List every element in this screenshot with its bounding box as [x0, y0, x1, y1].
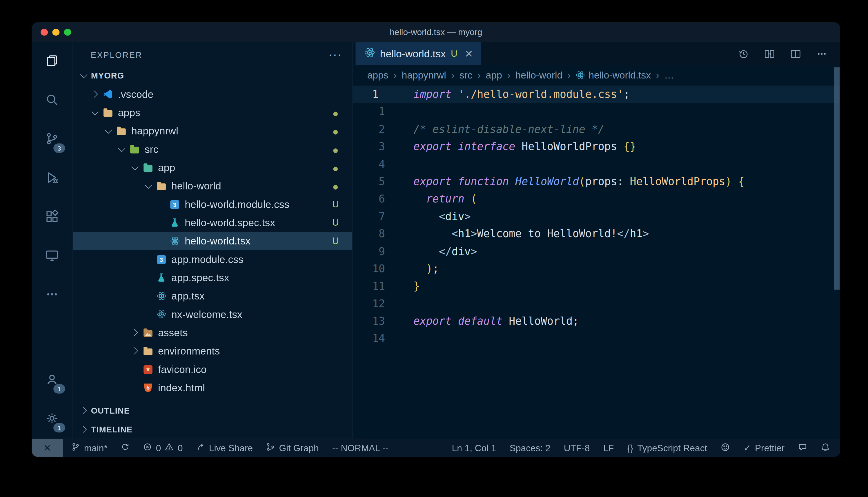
minimize-window-button[interactable] [52, 29, 59, 36]
html5-file-icon: 5 [143, 383, 153, 393]
activity-settings-button[interactable]: 1 [32, 400, 72, 439]
code-line: 11} [353, 278, 840, 295]
zoom-window-button[interactable] [64, 29, 71, 36]
indentation-indicator[interactable]: Spaces: 2 [510, 443, 551, 453]
tree-item-vscode[interactable]: .vscode [73, 85, 352, 103]
tree-item-apps[interactable]: apps [73, 103, 352, 122]
breadcrumb-item-happynrwl[interactable]: happynrwl [402, 69, 446, 81]
breadcrumb-item-src[interactable]: src [459, 69, 472, 81]
code-editor[interactable]: 1import './hello-world.module.css';12/* … [353, 85, 840, 439]
folder-icon [143, 346, 153, 356]
activity-run-debug-button[interactable] [32, 159, 72, 198]
breadcrumb-item-apps[interactable]: apps [367, 69, 388, 81]
chevron-right-icon [131, 347, 137, 354]
explorer-more-actions-button[interactable]: ··· [328, 52, 342, 57]
tab-close-button[interactable]: ✕ [465, 47, 473, 60]
tree-item-label: hello-world.module.css [185, 198, 289, 210]
live-share-icon [196, 442, 205, 454]
line-number: 7 [353, 208, 393, 225]
tree-item-label: app.spec.tsx [171, 272, 229, 284]
breadcrumb-item-app[interactable]: app [486, 69, 502, 81]
tree-item-src[interactable]: src [73, 140, 352, 158]
git-branch-indicator[interactable]: main* [71, 442, 108, 454]
editor-actions [737, 42, 840, 65]
git-untracked-badge: U [331, 217, 340, 228]
tab-hello-world-tsx[interactable]: hello-world.tsx U ✕ [356, 42, 481, 65]
activity-extensions-button[interactable] [32, 198, 72, 237]
window-title: hello-world.tsx — myorg [32, 27, 840, 37]
timeline-section-header[interactable]: TIMELINE [73, 420, 352, 439]
status-bar-right: Ln 1, Col 1 Spaces: 2 UTF-8 LF {} TypeSc… [452, 442, 840, 454]
tree-item-nx-welcome-tsx[interactable]: nx-welcome.tsx [73, 305, 352, 324]
git-graph-button[interactable]: Git Graph [266, 442, 319, 454]
eol-indicator[interactable]: LF [603, 443, 614, 453]
encoding-indicator[interactable]: UTF-8 [564, 443, 590, 453]
code-line-text: <div> [393, 208, 471, 225]
cursor-position-indicator[interactable]: Ln 1, Col 1 [452, 443, 496, 453]
tab-label: hello-world.tsx [380, 47, 446, 60]
modified-dot [333, 167, 337, 171]
breadcrumb-separator: › [567, 69, 571, 81]
language-mode-indicator[interactable]: {} TypeScript React [628, 443, 707, 453]
remote-indicator[interactable]: ✕ [32, 439, 63, 457]
tree-item-app[interactable]: app [73, 158, 352, 177]
tree-item-app-module-css[interactable]: 3app.module.css [73, 250, 352, 269]
tree-item-happynrwl[interactable]: happynrwl [73, 122, 352, 140]
code-line: 7 <div> [353, 208, 840, 225]
git-graph-label: Git Graph [279, 443, 319, 453]
vim-mode-indicator[interactable]: -- NORMAL -- [332, 443, 388, 453]
editor-more-actions-icon[interactable] [816, 47, 828, 60]
tree-item-favicon-ico[interactable]: ★favicon.ico [73, 360, 352, 379]
breadcrumb-separator: › [656, 69, 659, 81]
react-file-icon [169, 236, 180, 246]
tree-item-hello-world-module-css[interactable]: 3hello-world.module.cssU [73, 195, 352, 213]
tree-item-app-tsx[interactable]: app.tsx [73, 287, 352, 305]
activity-remote-explorer-button[interactable] [32, 237, 72, 276]
activity-explorer-button[interactable] [32, 42, 72, 81]
feedback-smiley-button[interactable] [720, 442, 730, 454]
feedback-button[interactable] [798, 442, 808, 454]
tree-item-index-html[interactable]: 5index.html [73, 379, 352, 397]
sidebar-header: EXPLORER ··· [73, 42, 352, 67]
favicon-icon: ★ [143, 364, 153, 374]
smiley-icon [720, 442, 730, 454]
activity-accounts-button[interactable]: 1 [32, 361, 72, 400]
breadcrumb-label: src [459, 69, 472, 81]
history-icon[interactable] [737, 47, 749, 60]
outline-section-header[interactable]: OUTLINE [73, 401, 352, 420]
live-share-button[interactable]: Live Share [196, 442, 253, 454]
open-changes-icon[interactable] [763, 47, 775, 60]
editor-scrollbar[interactable] [834, 67, 840, 289]
tree-item-label: app.module.css [171, 253, 244, 265]
tree-item-hello-world-spec-tsx[interactable]: hello-world.spec.tsxU [73, 213, 352, 232]
tree-item-assets[interactable]: assets [73, 324, 352, 342]
tree-item-app-spec-tsx[interactable]: app.spec.tsx [73, 269, 352, 287]
activity-search-button[interactable] [32, 81, 72, 120]
breadcrumb-item-[interactable]: … [664, 69, 674, 81]
code-line: 8 <h1>Welcome to HelloWorld!</h1> [353, 225, 840, 243]
sync-button[interactable] [121, 442, 130, 454]
explorer-tree: .vscodeappshappynrwlsrcapphello-world3he… [73, 84, 352, 401]
git-untracked-badge: U [331, 199, 340, 210]
close-window-button[interactable] [41, 29, 47, 36]
problems-indicator[interactable]: 0 0 [143, 442, 183, 454]
tree-item-hello-world-tsx[interactable]: hello-world.tsxU [73, 232, 352, 250]
tree-item-label: hello-world.spec.tsx [185, 217, 275, 229]
code-line: 3export interface HelloWorldProps {} [353, 138, 840, 155]
tree-item-hello-world[interactable]: hello-world [73, 177, 352, 195]
tree-item-environments[interactable]: environments [73, 342, 352, 360]
tree-item-label: assets [158, 327, 188, 339]
activity-more-button[interactable] [32, 276, 72, 314]
code-line-text: export interface HelloWorldProps {} [393, 138, 636, 155]
workspace-section-header[interactable]: MYORG [73, 67, 352, 84]
line-number: 8 [353, 225, 393, 243]
notifications-button[interactable] [821, 442, 830, 454]
activity-source-control-button[interactable]: 3 [32, 120, 72, 159]
prettier-indicator[interactable]: ✓ Prettier [743, 443, 785, 453]
split-editor-icon[interactable] [789, 47, 802, 60]
line-number: 11 [353, 278, 393, 295]
breadcrumb-item-hello-world[interactable]: hello-world [515, 69, 562, 81]
breadcrumb-item-hello-world-tsx[interactable]: hello-world.tsx [576, 69, 651, 81]
line-number: 12 [353, 295, 393, 312]
activity-bar: 3 1 1 [32, 42, 73, 439]
